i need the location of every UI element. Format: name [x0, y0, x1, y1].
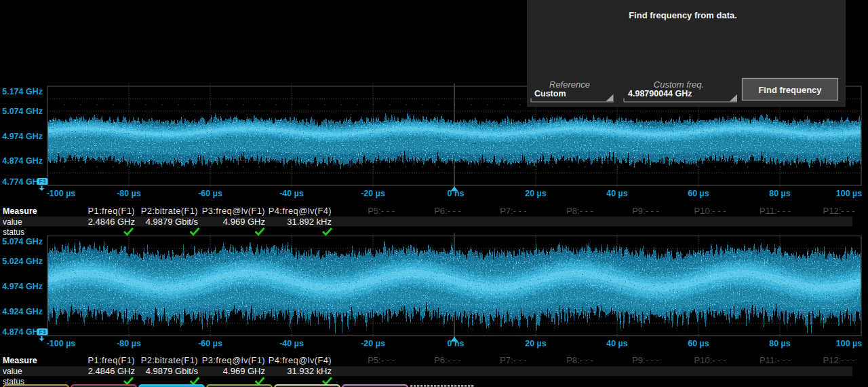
svg-text:P8:- - -: P8:- - -: [566, 355, 593, 365]
svg-text:P3:freq@lv(F1): P3:freq@lv(F1): [202, 206, 265, 216]
svg-text:-80 µs: -80 µs: [117, 339, 141, 348]
svg-text:4.774 GHz: 4.774 GHz: [2, 177, 43, 187]
svg-text:P10:- - -: P10:- - -: [694, 206, 726, 216]
svg-text:80 µs: 80 µs: [769, 339, 791, 348]
svg-text:-40 µs: -40 µs: [279, 189, 304, 198]
svg-text:P1:freq(F1): P1:freq(F1): [87, 206, 135, 216]
svg-text:Measure: Measure: [3, 356, 37, 365]
svg-text:P2:bitrate(F1): P2:bitrate(F1): [141, 206, 198, 216]
svg-text:31.892 kHz: 31.892 kHz: [287, 217, 332, 227]
svg-text:P8:- - -: P8:- - -: [566, 206, 593, 216]
svg-text:4.974 GHz: 4.974 GHz: [2, 282, 43, 291]
svg-text:60 µs: 60 µs: [688, 189, 709, 198]
svg-text:P9:- - -: P9:- - -: [632, 355, 659, 365]
svg-text:4.9879 Gbit/s: 4.9879 Gbit/s: [146, 217, 199, 227]
svg-text:31.932 kHz: 31.932 kHz: [287, 366, 332, 376]
svg-text:4.98790044 GHz: 4.98790044 GHz: [628, 89, 692, 98]
svg-text:Custom: Custom: [534, 89, 566, 98]
svg-text:5.074 GHz: 5.074 GHz: [2, 237, 43, 246]
svg-text:5.174 GHz: 5.174 GHz: [2, 87, 43, 96]
svg-text:P5:- - -: P5:- - -: [368, 355, 395, 365]
svg-text:-100 µs: -100 µs: [47, 339, 76, 348]
svg-text:P9:- - -: P9:- - -: [632, 206, 659, 216]
svg-text:4.874 GHz: 4.874 GHz: [2, 156, 43, 166]
svg-text:P11:- - -: P11:- - -: [760, 206, 791, 216]
svg-text:4.969 GHz: 4.969 GHz: [223, 366, 265, 376]
svg-text:P4:freq@lv(F4): P4:freq@lv(F4): [269, 206, 332, 216]
svg-text:5.074 GHz: 5.074 GHz: [2, 107, 43, 116]
svg-text:4.9879 Gbit/s: 4.9879 Gbit/s: [146, 366, 199, 376]
svg-text:40 µs: 40 µs: [606, 189, 628, 198]
svg-text:P4:freq@lv(F4): P4:freq@lv(F4): [269, 355, 332, 365]
svg-text:P5:- - -: P5:- - -: [368, 206, 395, 216]
svg-text:2.4846 GHz: 2.4846 GHz: [88, 366, 135, 376]
svg-text:P7:- - -: P7:- - -: [500, 355, 527, 365]
svg-text:-40 µs: -40 µs: [279, 339, 304, 348]
svg-text:4.874 GHz: 4.874 GHz: [2, 327, 43, 337]
svg-text:value: value: [3, 367, 22, 376]
svg-text:4.974 GHz: 4.974 GHz: [2, 132, 43, 141]
svg-text:100 µs: 100 µs: [836, 189, 863, 198]
svg-text:Find frequency: Find frequency: [758, 85, 822, 95]
svg-text:F3: F3: [39, 178, 46, 185]
svg-text:80 µs: 80 µs: [769, 189, 791, 198]
svg-text:-20 µs: -20 µs: [361, 189, 385, 198]
svg-text:P12:- - -: P12:- - -: [823, 206, 855, 216]
svg-text:-20 µs: -20 µs: [361, 339, 385, 348]
svg-text:P2:bitrate(F1): P2:bitrate(F1): [141, 355, 198, 365]
svg-text:F3: F3: [39, 329, 46, 335]
svg-text:P10:- - -: P10:- - -: [694, 355, 726, 365]
svg-text:40 µs: 40 µs: [606, 339, 628, 348]
svg-text:Find frequency from data.: Find frequency from data.: [629, 10, 737, 20]
svg-text:20 µs: 20 µs: [525, 339, 547, 348]
svg-text:P7:- - -: P7:- - -: [500, 206, 527, 216]
svg-text:2.4846 GHz: 2.4846 GHz: [88, 217, 135, 227]
svg-text:P1:freq(F1): P1:freq(F1): [87, 355, 135, 365]
svg-text:P3:freq@lv(F1): P3:freq@lv(F1): [202, 355, 265, 365]
svg-text:P11:- - -: P11:- - -: [760, 355, 791, 365]
svg-text:4.969 GHz: 4.969 GHz: [223, 217, 265, 227]
svg-text:Reference: Reference: [549, 79, 590, 90]
svg-text:100 µs: 100 µs: [836, 339, 863, 348]
svg-text:-60 µs: -60 µs: [198, 339, 222, 348]
svg-text:60 µs: 60 µs: [688, 339, 709, 348]
svg-text:20 µs: 20 µs: [525, 189, 547, 198]
svg-text:Measure: Measure: [3, 206, 37, 216]
svg-text:P6:- - -: P6:- - -: [434, 206, 461, 216]
svg-text:4.924 GHz: 4.924 GHz: [2, 307, 43, 316]
svg-text:5.024 GHz: 5.024 GHz: [2, 257, 43, 266]
svg-text:P12:- - -: P12:- - -: [823, 355, 855, 365]
svg-text:value: value: [3, 217, 22, 227]
svg-text:status: status: [3, 227, 24, 237]
svg-text:-80 µs: -80 µs: [117, 189, 141, 198]
svg-text:Custom freq.: Custom freq.: [654, 79, 704, 90]
svg-text:-100 µs: -100 µs: [47, 189, 76, 198]
svg-text:P6:- - -: P6:- - -: [434, 355, 461, 365]
svg-text:-60 µs: -60 µs: [198, 189, 222, 198]
